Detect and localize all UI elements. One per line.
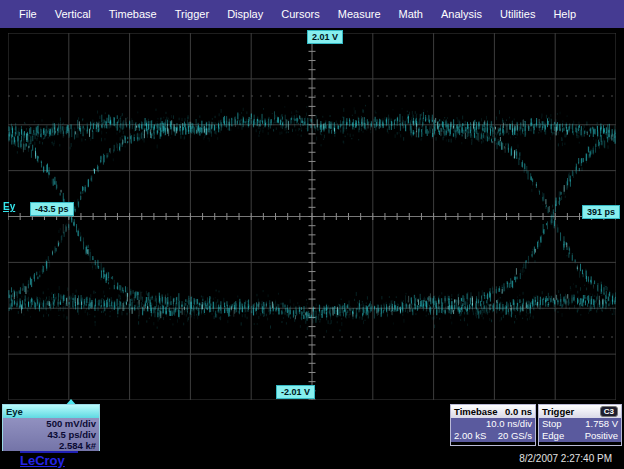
menu-math[interactable]: Math — [390, 8, 432, 20]
cursor-readout-left-time[interactable]: -43.5 ps — [30, 202, 74, 216]
timebase-scale: 10.0 ns/div — [486, 418, 532, 430]
eye-descriptor-box[interactable]: Eye 500 mV/div 43.5 ps/div 2.584 k# — [2, 404, 100, 451]
trigger-slope: Positive — [585, 430, 618, 442]
trigger-mode: Stop — [542, 418, 562, 430]
lecroy-logo: LeCroy — [20, 451, 78, 468]
menu-trigger[interactable]: Trigger — [166, 8, 218, 20]
eye-vertical-scale: 500 mV/div — [3, 418, 99, 429]
eye-descriptor-title: Eye — [6, 406, 23, 417]
timebase-offset: 0.0 ns — [505, 406, 532, 417]
trigger-descriptor-box[interactable]: Trigger C3 Stop 1.758 V Edge Positive — [538, 404, 622, 446]
timebase-sample-rate: 20 GS/s — [498, 430, 532, 442]
menu-utilities[interactable]: Utilities — [491, 8, 544, 20]
trigger-title: Trigger — [542, 406, 574, 417]
menu-measure[interactable]: Measure — [329, 8, 390, 20]
cursor-readout-top-voltage[interactable]: 2.01 V — [307, 30, 343, 44]
waveform-grid — [8, 33, 616, 400]
trigger-level: 1.758 V — [585, 418, 618, 430]
timebase-descriptor-box[interactable]: Timebase 0.0 ns 10.0 ns/div 2.00 kS 20 G… — [450, 404, 536, 446]
menu-analysis[interactable]: Analysis — [432, 8, 491, 20]
menu-cursors[interactable]: Cursors — [272, 8, 329, 20]
menu-timebase[interactable]: Timebase — [100, 8, 166, 20]
eye-diagram-trace — [8, 33, 616, 400]
menu-file[interactable]: File — [10, 8, 46, 20]
trace-label-eye[interactable]: Ey — [3, 201, 15, 212]
menu-help[interactable]: Help — [544, 8, 585, 20]
trigger-source-badge: C3 — [600, 406, 618, 417]
menu-display[interactable]: Display — [218, 8, 272, 20]
timestamp-label: 8/2/2007 2:27:40 PM — [519, 453, 612, 464]
menu-bar: File Vertical Timebase Trigger Display C… — [0, 0, 624, 28]
eye-horizontal-scale: 43.5 ps/div — [3, 429, 99, 440]
trigger-type: Edge — [542, 430, 564, 442]
cursor-readout-bottom-voltage[interactable]: -2.01 V — [276, 385, 315, 399]
eye-sweep-count: 2.584 k# — [3, 440, 99, 451]
menu-vertical[interactable]: Vertical — [46, 8, 100, 20]
timebase-title: Timebase — [454, 406, 498, 417]
cursor-readout-right-time[interactable]: 391 ps — [582, 205, 620, 219]
oscilloscope-screen: File Vertical Timebase Trigger Display C… — [0, 0, 624, 469]
timebase-samples: 2.00 kS — [454, 430, 486, 442]
